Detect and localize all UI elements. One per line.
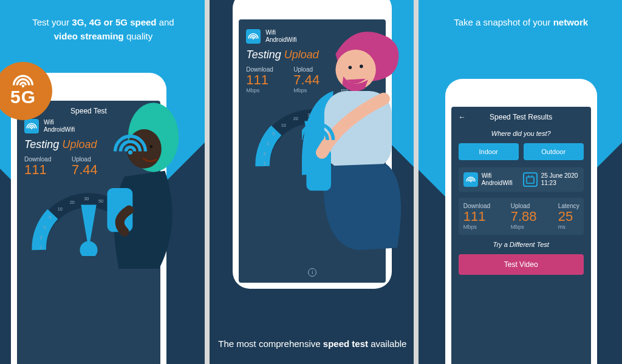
svg-text:1: 1 [40, 244, 43, 250]
screen-title: Speed Test Results [473, 113, 569, 121]
wifi-label: Wifi [44, 119, 75, 126]
promo-panel-1: Test your 3G, 4G or 5G speed and video s… [0, 0, 205, 364]
svg-point-17 [149, 145, 152, 148]
svg-text:1: 1 [264, 161, 266, 166]
phone-screen: ← Speed Test Results Where did you test?… [451, 107, 591, 364]
svg-point-33 [349, 66, 352, 69]
date-info: 25 June 2020 11:23 [523, 172, 579, 187]
wifi-icon [248, 32, 259, 41]
svg-text:30: 30 [84, 196, 89, 201]
svg-point-34 [360, 65, 363, 69]
5g-badge-text: 5G [10, 87, 36, 107]
phone-mockup: ← Speed Test Results Where did you test?… [445, 79, 597, 364]
test-video-button[interactable]: Test Video [459, 254, 584, 275]
character-illustration [90, 96, 205, 269]
svg-text:5: 5 [273, 131, 275, 136]
metrics-card: Download 111 Mbps Upload 7.88 Mbps Laten… [459, 198, 584, 235]
wifi-info: Wifi AndroidWifi [463, 172, 519, 187]
promo-panel-3: Take a snapshot of your network ← Speed … [419, 0, 622, 364]
wifi-icon-tile [463, 172, 478, 187]
wifi-name: AndroidWifi [44, 126, 75, 133]
svg-text:20: 20 [293, 116, 298, 121]
svg-text:3: 3 [267, 141, 270, 147]
svg-rect-37 [527, 177, 534, 184]
promo-panel-2: Wifi AndroidWifi Testing Upload Download… [210, 0, 413, 364]
svg-text:10: 10 [58, 206, 63, 212]
svg-text:3: 3 [43, 225, 46, 231]
calendar-icon [523, 172, 538, 187]
character-illustration [302, 18, 413, 254]
headline: The most comprehensive speed test availa… [210, 337, 413, 351]
headline: Test your 3G, 4G or 5G speed and video s… [12, 16, 194, 43]
metric-download: Download 111 Mbps [463, 203, 496, 230]
metric-download: Download 111 Mbps [246, 66, 279, 93]
metric-upload: Upload 7.88 Mbps [511, 203, 544, 230]
try-different-label: Try a Different Test [459, 241, 584, 248]
metric-latency: Latency 25 ms [558, 203, 591, 230]
svg-rect-39 [531, 175, 532, 178]
info-icon[interactable]: i [308, 268, 316, 277]
wifi-label: Wifi [265, 29, 296, 36]
svg-text:2: 2 [264, 151, 266, 157]
indoor-button[interactable]: Indoor [459, 143, 519, 160]
svg-text:5: 5 [49, 215, 51, 220]
wifi-icon [11, 75, 35, 88]
svg-text:10: 10 [281, 123, 286, 128]
info-card: Wifi AndroidWifi 25 June 2020 11:23 [459, 167, 584, 192]
metric-download: Download 111 [24, 156, 57, 177]
svg-text:20: 20 [70, 200, 75, 205]
question-label: Where did you test? [459, 130, 584, 137]
svg-text:2: 2 [40, 235, 43, 240]
wifi-icon-tile [246, 29, 261, 44]
wifi-icon [26, 122, 37, 130]
outdoor-button[interactable]: Outdoor [524, 143, 584, 160]
wifi-name: AndroidWifi [265, 36, 296, 44]
back-icon[interactable]: ← [459, 113, 466, 121]
headline: Take a snapshot of your network [419, 16, 622, 30]
wifi-icon [466, 176, 476, 183]
svg-rect-38 [528, 175, 529, 178]
wifi-icon-tile [24, 119, 39, 133]
